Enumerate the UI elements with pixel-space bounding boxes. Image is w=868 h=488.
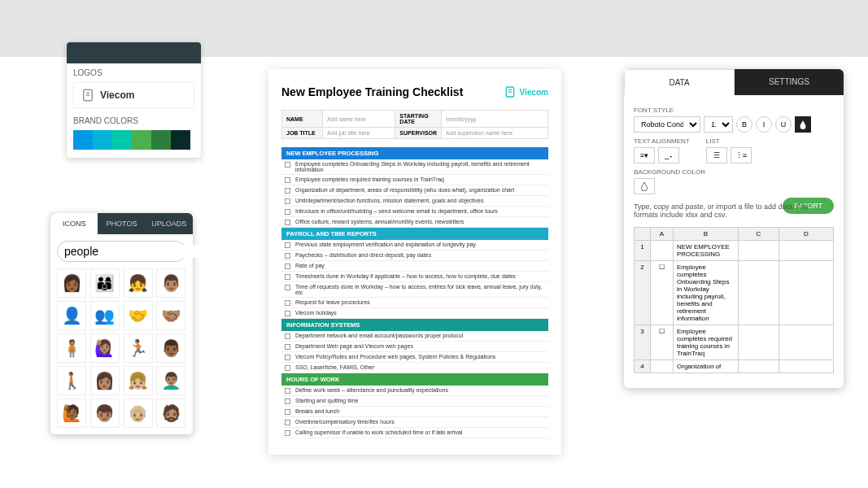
- checkbox[interactable]: [285, 399, 290, 404]
- color-swatch[interactable]: [151, 130, 171, 150]
- checklist-row[interactable]: Time off requests done in Workday – how …: [281, 282, 548, 298]
- numbered-list-button[interactable]: ☰: [706, 147, 727, 163]
- checklist-row[interactable]: Department Web page and Viecom web pages: [281, 342, 548, 352]
- cell[interactable]: 3: [635, 325, 651, 360]
- checkbox[interactable]: [285, 209, 290, 215]
- font-size-select[interactable]: 12: [704, 116, 733, 133]
- checkbox[interactable]: [285, 409, 290, 415]
- cell[interactable]: ☐: [651, 325, 674, 360]
- font-family-select[interactable]: Roboto Conden: [634, 116, 700, 133]
- checklist-row[interactable]: Viecom holidays: [281, 308, 548, 319]
- checkbox[interactable]: [285, 253, 290, 259]
- icon-item[interactable]: 👤: [57, 301, 86, 330]
- cell[interactable]: [739, 360, 779, 373]
- checkbox[interactable]: [285, 365, 290, 371]
- table-row[interactable]: 3☐Employee completes required training c…: [635, 325, 834, 360]
- icon-item[interactable]: 🤝🏽: [156, 301, 185, 330]
- checkbox[interactable]: [285, 242, 290, 248]
- icon-item[interactable]: 👧🏼: [124, 366, 153, 395]
- bold-button[interactable]: B: [736, 116, 752, 133]
- checkbox[interactable]: [285, 355, 290, 360]
- icon-item[interactable]: 🤝: [124, 301, 153, 330]
- info-name-value[interactable]: Add name here: [323, 111, 395, 128]
- document-preview[interactable]: New Employee Training Checklist Viecom N…: [268, 69, 561, 455]
- checkbox[interactable]: [285, 430, 290, 436]
- column-header[interactable]: [635, 228, 651, 241]
- checklist-row[interactable]: Define work week – attendance and punctu…: [281, 386, 548, 396]
- checklist-row[interactable]: Employee completes Onboarding Steps in W…: [281, 159, 548, 175]
- align-vertical-button[interactable]: ⎯▾: [658, 147, 679, 163]
- tab-data[interactable]: DATA: [624, 69, 735, 95]
- cell[interactable]: Organization of: [674, 360, 739, 373]
- checkbox[interactable]: [285, 344, 290, 350]
- cell[interactable]: [651, 360, 674, 373]
- cell[interactable]: [739, 261, 779, 325]
- checklist-row[interactable]: Introduce in office/unit/building – send…: [281, 207, 548, 217]
- checklist-row[interactable]: Request for leave procedures: [281, 298, 548, 308]
- icon-item[interactable]: 🚶🏽: [57, 366, 86, 395]
- checkbox[interactable]: [285, 420, 290, 425]
- tab-icons[interactable]: ICONS: [50, 213, 98, 234]
- checklist-row[interactable]: SSO, Laserfiche, FAMIS, Other: [281, 363, 548, 373]
- checklist-row[interactable]: Organization of department, areas of res…: [281, 185, 548, 196]
- tab-settings[interactable]: SETTINGS: [735, 69, 844, 95]
- cell[interactable]: 4: [635, 360, 651, 373]
- info-start-value[interactable]: mm/dd/yyyy: [442, 111, 548, 128]
- icon-item[interactable]: 👨🏽‍🦱: [156, 366, 185, 395]
- checklist-row[interactable]: Department network and email account/pas…: [281, 331, 548, 342]
- table-row[interactable]: 1NEW EMPLOYEE PROCESSING: [635, 241, 834, 261]
- tab-uploads[interactable]: UPLOADS: [146, 213, 193, 234]
- checkbox[interactable]: [285, 388, 290, 394]
- checkbox[interactable]: [285, 264, 290, 269]
- cell[interactable]: [739, 241, 779, 261]
- table-row[interactable]: 4Organization of: [635, 360, 834, 373]
- checkbox[interactable]: [285, 220, 290, 225]
- table-row[interactable]: 2☐Employee completes Onboarding Steps in…: [635, 261, 834, 325]
- icon-item[interactable]: 👨🏾: [156, 333, 185, 363]
- icon-item[interactable]: 🙋🏾: [57, 399, 86, 428]
- color-swatch[interactable]: [93, 130, 112, 150]
- checkbox[interactable]: [285, 300, 290, 306]
- bg-color-button[interactable]: [634, 178, 655, 194]
- info-sup-value[interactable]: Add supervisor name here: [442, 128, 548, 139]
- column-header[interactable]: B: [674, 228, 739, 241]
- column-header[interactable]: A: [651, 228, 674, 241]
- logos-panel-header[interactable]: [67, 42, 201, 63]
- icon-item[interactable]: 👩🏾: [57, 268, 86, 298]
- icon-item[interactable]: 🧍🏽: [57, 333, 86, 363]
- checkbox[interactable]: [285, 177, 290, 183]
- cell[interactable]: ☐: [651, 261, 674, 325]
- icon-item[interactable]: 🏃🏽: [124, 333, 153, 363]
- icon-item[interactable]: 👦🏽: [90, 399, 120, 428]
- icon-item[interactable]: 👨‍👩‍👦: [90, 268, 120, 298]
- color-swatch[interactable]: [112, 130, 132, 150]
- cell[interactable]: Employee completes required training cou…: [674, 325, 739, 360]
- cell[interactable]: Employee completes Onboarding Steps in W…: [674, 261, 739, 325]
- cell[interactable]: 1: [635, 241, 651, 261]
- color-swatch[interactable]: [171, 130, 190, 150]
- checklist-row[interactable]: Starting and quitting time: [281, 396, 548, 407]
- font-color-button[interactable]: [795, 116, 811, 133]
- search-input[interactable]: [64, 245, 207, 258]
- icon-item[interactable]: 👧: [124, 268, 153, 298]
- checklist-row[interactable]: Paychecks – distribution and direct depo…: [281, 251, 548, 261]
- cell[interactable]: 2: [635, 261, 651, 325]
- checklist-row[interactable]: Office culture, reward systems, annual/m…: [281, 217, 548, 228]
- cell[interactable]: [779, 325, 834, 360]
- column-header[interactable]: C: [739, 228, 779, 241]
- icon-item[interactable]: 🧔🏽: [156, 399, 185, 428]
- cell[interactable]: [779, 360, 834, 373]
- checklist-row[interactable]: Overtime/compensatory time/flex hours: [281, 417, 548, 428]
- underline-button[interactable]: U: [775, 116, 792, 133]
- checkbox[interactable]: [285, 311, 290, 316]
- icon-item[interactable]: 👩🏽: [90, 366, 120, 395]
- tab-photos[interactable]: PHOTOS: [98, 213, 145, 234]
- checklist-row[interactable]: Calling supervisor if unable to work sch…: [281, 428, 548, 438]
- checklist-row[interactable]: Previous state employment verification a…: [281, 240, 548, 251]
- checklist-row[interactable]: Breaks and lunch: [281, 407, 548, 417]
- cell[interactable]: NEW EMPLOYEE PROCESSING: [674, 241, 739, 261]
- italic-button[interactable]: I: [756, 116, 772, 133]
- checkbox[interactable]: [285, 333, 290, 339]
- cell[interactable]: [779, 261, 834, 325]
- column-header[interactable]: D: [779, 228, 834, 241]
